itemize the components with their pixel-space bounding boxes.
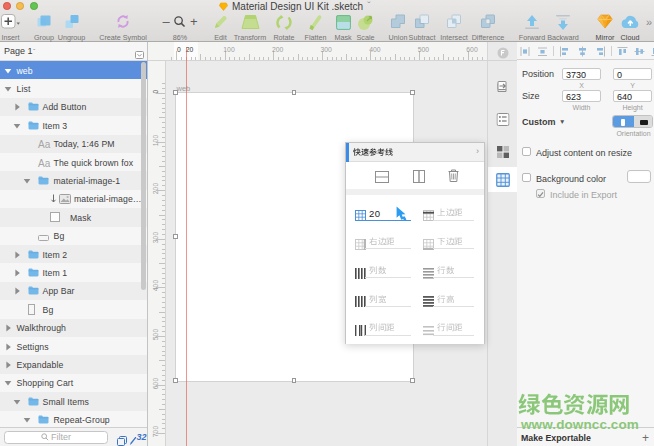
resize-handle[interactable] <box>173 90 178 95</box>
resize-handle[interactable] <box>292 90 297 95</box>
layer-row-mask[interactable]: Mask <box>0 208 147 226</box>
layer-row-list[interactable]: List <box>0 79 147 97</box>
add-export-icon[interactable]: + <box>642 431 649 445</box>
avatar-icon[interactable] <box>497 45 509 63</box>
align-top-icon[interactable] <box>617 46 628 57</box>
disclosure-collapsed-icon[interactable] <box>13 269 21 277</box>
background-color-well[interactable] <box>627 170 651 183</box>
disclosure-expanded-icon[interactable] <box>13 398 21 406</box>
duplicate-pages-icon[interactable] <box>117 432 127 446</box>
guide-line[interactable] <box>186 47 187 446</box>
layer-row-the-quick-brown-fox[interactable]: AaThe quick brown fox <box>0 153 147 171</box>
resize-handle[interactable] <box>410 90 415 95</box>
disclosure-expanded-icon[interactable] <box>13 122 21 130</box>
disclosure-expanded-icon[interactable] <box>4 67 12 75</box>
disclosure-collapsed-icon[interactable] <box>13 287 21 295</box>
zoom-button[interactable] <box>30 2 38 10</box>
layer-row-add-button[interactable]: Add Button <box>0 98 147 116</box>
panel-field-6[interactable] <box>355 293 411 311</box>
disclosure-expanded-icon[interactable] <box>23 416 31 424</box>
close-button[interactable] <box>3 2 11 10</box>
layer-row-shopping-cart[interactable]: Shopping Cart <box>0 374 147 392</box>
artboard-label[interactable]: web <box>177 84 191 93</box>
panel-field-2[interactable] <box>355 236 411 254</box>
zoom-out-button[interactable]: – <box>162 14 169 29</box>
resize-handle[interactable] <box>410 378 415 383</box>
panel-field-4[interactable] <box>355 265 411 283</box>
panel-expand-icon[interactable]: › <box>476 146 479 156</box>
align-right-icon[interactable] <box>595 46 606 57</box>
preset-dropdown[interactable]: Custom <box>522 117 556 127</box>
disclosure-expanded-icon[interactable] <box>23 177 31 185</box>
split-rows-icon[interactable] <box>375 169 389 187</box>
portrait-segment[interactable] <box>613 116 634 128</box>
resize-handle[interactable] <box>173 378 178 383</box>
zoom-in-button[interactable]: + <box>190 14 198 29</box>
panel-field-8[interactable] <box>355 322 411 340</box>
layer-row-item-1[interactable]: Item 1 <box>0 263 147 281</box>
minimize-button[interactable] <box>16 2 24 10</box>
layer-row-small-items[interactable]: Small Items <box>0 392 147 410</box>
pages-header[interactable]: Page 1 ˇ <box>0 42 147 61</box>
notes-panel-icon[interactable] <box>496 112 509 130</box>
panel-field-5[interactable] <box>423 265 474 283</box>
disclosure-collapsed-icon[interactable] <box>13 251 21 259</box>
layer-row-material-image-1[interactable]: material-image-1 <box>0 171 147 189</box>
panel-field-3[interactable] <box>423 236 474 254</box>
distribute-horizontally-icon[interactable] <box>520 46 531 57</box>
split-columns-icon[interactable] <box>413 169 425 187</box>
sidebar-scrollbar[interactable] <box>141 62 146 290</box>
panel-field-7[interactable] <box>423 293 474 311</box>
layer-row-walkthrough[interactable]: Walkthrough <box>0 319 147 337</box>
distribute-vertically-icon[interactable] <box>537 46 548 57</box>
title-chevron-icon[interactable]: ˇ <box>367 1 370 12</box>
background-color-checkbox[interactable] <box>522 173 531 182</box>
resize-handle[interactable] <box>173 234 178 239</box>
disclosure-collapsed-icon[interactable] <box>4 343 12 351</box>
resize-handle[interactable] <box>292 378 297 383</box>
layer-row-item-2[interactable]: Item 2 <box>0 245 147 263</box>
panel-field-9[interactable] <box>423 322 474 340</box>
swatches-panel-icon[interactable] <box>497 144 509 162</box>
layer-row-today-1-46-pm[interactable]: AaToday, 1:46 PM <box>0 135 147 153</box>
filter-input[interactable]: Filter <box>4 431 108 444</box>
size-height-field[interactable]: 640 <box>613 90 652 102</box>
horizontal-ruler[interactable]: 020100200300400500600 <box>148 42 487 61</box>
position-x-field[interactable]: 3730 <box>562 68 601 80</box>
preset-caret-icon[interactable]: ▼ <box>559 118 565 125</box>
layer-row-material-image-[interactable]: material-image… <box>0 190 147 208</box>
adjust-content-checkbox[interactable] <box>522 147 531 156</box>
panel-titlebar[interactable]: › <box>346 143 484 162</box>
disclosure-expanded-icon[interactable] <box>4 379 12 387</box>
layer-row-app-bar[interactable]: App Bar <box>0 282 147 300</box>
size-width-field[interactable]: 623 <box>562 90 601 102</box>
vertical-ruler[interactable]: 0100200300400500600700 <box>148 61 166 446</box>
panel-field-1[interactable] <box>423 207 474 225</box>
pages-panel-icon[interactable] <box>135 45 144 63</box>
disclosure-collapsed-icon[interactable] <box>4 324 12 332</box>
disclosure-collapsed-icon[interactable] <box>4 361 12 369</box>
magnifier-icon[interactable] <box>173 14 186 29</box>
include-export-checkbox[interactable] <box>536 189 545 198</box>
disclosure-collapsed-icon[interactable] <box>13 103 21 111</box>
layer-row-settigns[interactable]: Settigns <box>0 337 147 355</box>
trash-icon[interactable] <box>448 168 459 186</box>
disclosure-expanded-icon[interactable] <box>4 85 12 93</box>
align-middle-icon[interactable] <box>634 46 645 57</box>
layer-row-bg[interactable]: Bg <box>0 227 147 245</box>
align-left-icon[interactable] <box>559 46 570 57</box>
make-exportable-bar[interactable]: Make Exportable + <box>517 427 654 446</box>
toolbar-item-create-symbol[interactable]: Create Symbol <box>92 14 154 42</box>
toolbar-overflow-icon[interactable]: » <box>646 16 652 28</box>
layer-row-expandable[interactable]: Expandable <box>0 355 147 373</box>
layer-row-bg[interactable]: Bg <box>0 300 147 318</box>
position-y-field[interactable]: 0 <box>613 68 652 80</box>
orientation-toggle[interactable] <box>612 115 653 128</box>
layer-row-item-3[interactable]: Item 3 <box>0 116 147 134</box>
layer-row-web[interactable]: web <box>0 61 147 79</box>
landscape-segment[interactable] <box>634 116 654 128</box>
export-panel-icon[interactable] <box>496 79 509 97</box>
layer-row-repeat-group[interactable]: Repeat-Group <box>0 411 147 427</box>
grid-panel-icon[interactable] <box>496 173 510 191</box>
align-center-icon[interactable] <box>577 46 588 57</box>
